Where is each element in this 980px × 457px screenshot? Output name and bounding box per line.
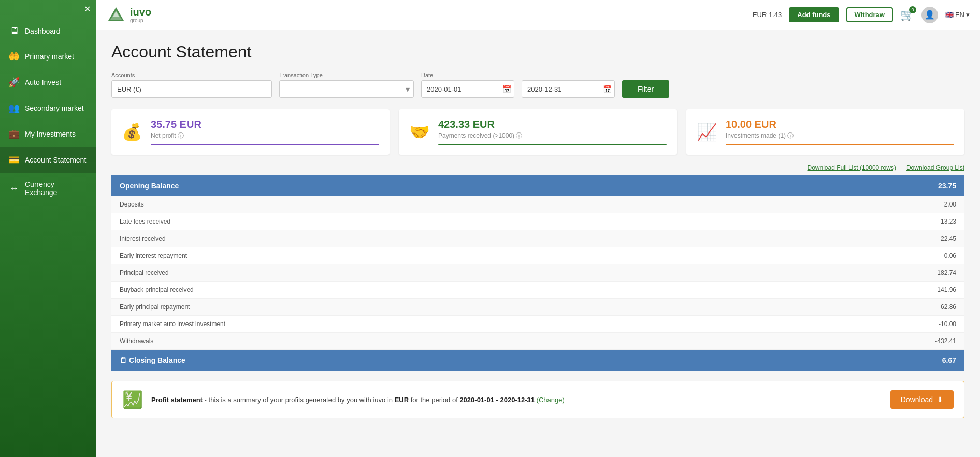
row-value: -10.00 — [763, 316, 964, 333]
primary-market-icon: 🤲 — [8, 51, 20, 62]
accounts-label: Accounts — [111, 72, 272, 78]
page-title: Account Statement — [111, 42, 964, 62]
transaction-type-field: Transaction Type ▾ — [279, 72, 414, 98]
sidebar-item-auto-invest[interactable]: 🚀 Auto Invest — [0, 69, 96, 95]
profit-statement-icon: 💹 — [122, 390, 143, 409]
profit-currency: EUR — [395, 396, 409, 404]
date-to-input[interactable] — [522, 80, 615, 98]
sidebar-item-label: Auto Invest — [25, 78, 61, 86]
row-label: Principal received — [111, 264, 763, 282]
filter-row: Accounts Transaction Type ▾ Date 📅 — [111, 72, 964, 98]
closing-balance-row: 🗒 Closing Balance 6.67 — [111, 350, 964, 371]
date-from-input[interactable] — [421, 80, 514, 98]
investments-made-underline — [726, 144, 954, 145]
page-content: Account Statement Accounts Transaction T… — [96, 30, 980, 457]
cart-button[interactable]: 🛒 0 — [900, 8, 914, 22]
transaction-type-select[interactable] — [279, 80, 414, 98]
sidebar-item-dashboard[interactable]: 🖥 Dashboard — [0, 18, 96, 43]
sidebar-item-primary-market[interactable]: 🤲 Primary market — [0, 43, 96, 69]
row-label: Primary market auto invest investment — [111, 316, 763, 333]
net-profit-card: 💰 35.75 EUR Net profit ⓘ — [111, 109, 390, 155]
sidebar-item-my-investments[interactable]: 💼 My Investments — [0, 121, 96, 147]
close-sidebar-icon[interactable]: ✕ — [84, 4, 91, 14]
investments-made-card: 📈 10.00 EUR Investments made (1) ⓘ — [686, 109, 964, 155]
sidebar-item-currency-exchange[interactable]: ↔ Currency Exchange — [0, 173, 96, 204]
table-row: Deposits 2.00 — [111, 196, 964, 213]
dashboard-icon: 🖥 — [8, 25, 20, 36]
row-value: 22.45 — [763, 230, 964, 247]
add-funds-button[interactable]: Add funds — [789, 7, 839, 22]
withdraw-button[interactable]: Withdraw — [846, 7, 893, 22]
my-investments-icon: 💼 — [8, 128, 20, 140]
profit-text-body: - this is a summary of your profits gene… — [205, 396, 395, 404]
opening-balance-value: 23.75 — [763, 175, 964, 196]
profit-statement-box: 💹 Profit statement - this is a summary o… — [111, 381, 964, 418]
table-row: Principal received 182.74 — [111, 264, 964, 282]
table-row: Buyback principal received 141.96 — [111, 282, 964, 299]
sidebar: ✕ 🖥 Dashboard 🤲 Primary market 🚀 Auto In… — [0, 0, 96, 457]
date-to-field: Date 📅 — [522, 72, 615, 98]
download-group-list-link[interactable]: Download Group List — [906, 164, 964, 171]
currency-exchange-icon: ↔ — [8, 183, 20, 194]
payments-received-icon: 🤝 — [409, 122, 430, 142]
table-row: Early principal repayment 62.86 — [111, 299, 964, 316]
download-button[interactable]: Download ⬇ — [890, 390, 954, 409]
table-row: Primary market auto invest investment -1… — [111, 316, 964, 333]
payments-received-amount: 423.33 EUR — [438, 119, 667, 130]
summary-cards: 💰 35.75 EUR Net profit ⓘ 🤝 423.33 EUR Pa… — [111, 109, 964, 155]
transaction-type-label: Transaction Type — [279, 72, 414, 78]
opening-balance-label: Opening Balance — [111, 175, 763, 196]
download-full-list-link[interactable]: Download Full List (10000 rows) — [808, 164, 896, 171]
payments-received-info: 423.33 EUR Payments received (>1000) ⓘ — [438, 119, 667, 145]
sidebar-item-label: Account Statement — [25, 156, 86, 164]
transaction-type-wrapper: ▾ — [279, 80, 414, 98]
sidebar-item-label: Currency Exchange — [25, 180, 88, 197]
sidebar-item-label: Primary market — [25, 52, 74, 61]
row-label: Late fees received — [111, 213, 763, 230]
net-profit-underline — [151, 144, 379, 145]
row-label: Deposits — [111, 196, 763, 213]
date-from-wrap: 📅 — [421, 80, 514, 98]
avatar[interactable]: 👤 — [921, 7, 938, 23]
profit-period: 2020-01-01 - 2020-12-31 — [459, 396, 535, 404]
closing-balance-value: 6.67 — [763, 350, 964, 371]
investments-made-label: Investments made (1) ⓘ — [726, 131, 954, 140]
sidebar-close-area: ✕ — [0, 0, 96, 18]
flag-icon: 🇬🇧 — [945, 11, 954, 19]
sidebar-item-label: My Investments — [25, 130, 76, 138]
filter-button[interactable]: Filter — [622, 80, 669, 98]
row-label: Buyback principal received — [111, 282, 763, 299]
profit-change-link[interactable]: (Change) — [537, 396, 565, 404]
accounts-input[interactable] — [111, 80, 272, 98]
profit-statement-label: Profit statement — [151, 396, 203, 404]
download-icon: ⬇ — [937, 395, 943, 404]
statement-table: Opening Balance 23.75 Deposits 2.00 Late… — [111, 175, 964, 371]
logo-name: iuvo — [130, 6, 151, 18]
sidebar-item-account-statement[interactable]: 💳 Account Statement — [0, 147, 96, 173]
opening-balance-row: Opening Balance 23.75 — [111, 175, 964, 196]
header: iuvo group EUR 1.43 Add funds Withdraw 🛒… — [96, 0, 980, 30]
logo-sub: group — [130, 18, 151, 23]
row-label: Withdrawals — [111, 333, 763, 350]
payments-received-card: 🤝 423.33 EUR Payments received (>1000) ⓘ — [399, 109, 677, 155]
closing-balance-label: 🗒 Closing Balance — [111, 350, 763, 371]
accounts-field: Accounts — [111, 72, 272, 98]
account-statement-icon: 💳 — [8, 154, 20, 166]
cart-badge: 0 — [909, 6, 916, 13]
sidebar-item-label: Secondary market — [25, 104, 84, 112]
row-value: 182.74 — [763, 264, 964, 282]
sidebar-item-secondary-market[interactable]: 👥 Secondary market — [0, 95, 96, 121]
secondary-market-icon: 👥 — [8, 102, 20, 114]
logo-icon — [106, 5, 126, 25]
main-content: iuvo group EUR 1.43 Add funds Withdraw 🛒… — [96, 0, 980, 457]
row-label: Early interest repayment — [111, 247, 763, 264]
payments-received-underline — [438, 144, 667, 145]
download-links-row: Download Full List (10000 rows) Download… — [111, 164, 964, 171]
lang-label: EN — [955, 11, 964, 19]
language-selector[interactable]: 🇬🇧 EN ▾ — [945, 11, 970, 19]
net-profit-info: 35.75 EUR Net profit ⓘ — [151, 119, 379, 145]
investments-made-info: 10.00 EUR Investments made (1) ⓘ — [726, 119, 954, 145]
net-profit-label: Net profit ⓘ — [151, 131, 379, 140]
table-row: Withdrawals -432.41 — [111, 333, 964, 350]
date-field: Date 📅 — [421, 72, 514, 98]
